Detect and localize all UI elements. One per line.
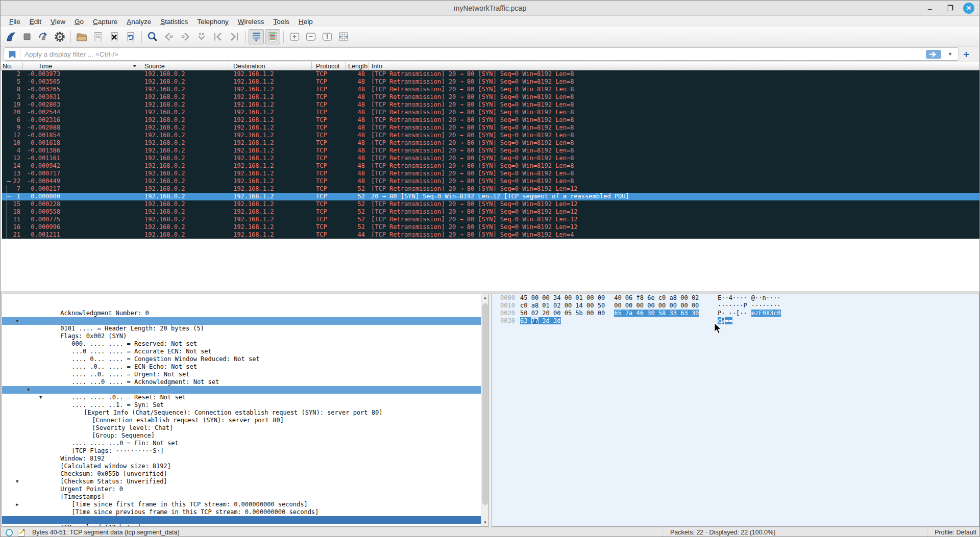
detail-line[interactable]: [Checksum Status: Unverified]: [2, 463, 488, 470]
detail-line[interactable]: ▶ [SEQ/ACK analysis]: [2, 501, 488, 508]
go-back-button[interactable]: [161, 29, 177, 44]
packet-row[interactable]: 12 -0.001161 192.168.0.2 192.168.1.2 TCP…: [2, 155, 979, 162]
filter-dropdown-caret[interactable]: ▼: [948, 52, 952, 57]
hex-ascii[interactable]: ·······P········: [718, 302, 785, 310]
detail-line[interactable]: .... .... 0... = Push: Not set: [2, 371, 488, 378]
detail-line[interactable]: Acknowledgment Number: 0: [2, 294, 488, 302]
zoom-in-button[interactable]: [287, 29, 302, 44]
close-file-button[interactable]: [107, 29, 122, 44]
column-header-source[interactable]: Source: [139, 62, 228, 70]
packet-row[interactable]: 10 -0.001618 192.168.0.2 192.168.1.2 TCP…: [2, 139, 979, 147]
tree-expander-icon[interactable]: ▼: [27, 386, 30, 394]
find-packet-button[interactable]: [145, 29, 160, 44]
packet-row[interactable]: 19 -0.002803 192.168.0.2 192.168.1.2 TCP…: [2, 101, 979, 109]
detail-line[interactable]: [Severity level: Chat]: [2, 409, 488, 417]
scroll-down-icon[interactable]: ▼: [481, 519, 489, 526]
packet-row[interactable]: 18 0.000558 192.168.0.2 192.168.1.2 TCP …: [2, 208, 979, 216]
reload-file-button[interactable]: [123, 29, 138, 44]
packet-row[interactable]: 17 -0.001854 192.168.0.2 192.168.1.2 TCP…: [2, 132, 979, 139]
column-header-length[interactable]: Length: [346, 62, 369, 70]
packet-row[interactable]: 16 0.000996 192.168.0.2 192.168.1.2 TCP …: [2, 223, 979, 231]
hex-byte-segment[interactable]: 65 7a 46 30 58 33 63 30: [614, 310, 699, 317]
detail-line[interactable]: .... ...0 .... = Acknowledgment: Not set: [2, 363, 488, 371]
column-header-destination[interactable]: Destination: [228, 62, 312, 70]
hex-bytes[interactable]: 50 02 20 00 05 5b 00 0065 7a 46 30 58 33…: [520, 310, 708, 317]
capture-options-button[interactable]: [52, 29, 67, 44]
hex-byte-segment[interactable]: P· ··[··: [718, 310, 747, 317]
tree-expander-icon[interactable]: ▼: [16, 317, 18, 325]
packet-row[interactable]: 21 0.001211 192.168.0.2 192.168.1.2 TCP …: [2, 231, 979, 239]
go-forward-button[interactable]: [178, 29, 193, 44]
packet-row[interactable]: 5 -0.003505 192.168.0.2 192.168.1.2 TCP …: [2, 78, 979, 86]
hex-bytes[interactable]: c0 a8 01 02 00 14 00 5000 00 00 00 00 00…: [520, 302, 708, 310]
detail-line[interactable]: [Group: Sequence]: [2, 417, 488, 424]
detail-line[interactable]: .... .0.. .... = ECN-Echo: Not set: [2, 348, 488, 355]
menu-item[interactable]: Edit: [25, 17, 46, 27]
hex-byte-segment[interactable]: ==: [725, 317, 732, 324]
detail-line[interactable]: ▼ Flags: 0x002 (SYN): [2, 317, 488, 325]
detail-line[interactable]: ▼ .... .... ..1. = Syn: Set: [2, 386, 488, 394]
column-header-protocol[interactable]: Protocol: [312, 62, 346, 70]
detail-line[interactable]: 0101 .... = Header Length: 20 bytes (5): [2, 310, 488, 317]
status-profile[interactable]: Profile: Default: [927, 527, 976, 537]
details-scrollbar[interactable]: ▲ ▼: [481, 294, 488, 526]
menu-item[interactable]: Telephony: [192, 17, 233, 27]
hex-byte-segment[interactable]: 40 06 f8 6e c0 a8 00 02: [614, 294, 699, 301]
open-file-button[interactable]: [74, 29, 89, 44]
filter-add-button[interactable]: +: [961, 49, 972, 60]
hex-byte-segment[interactable]: ezF0X3c0: [751, 310, 781, 317]
maximize-button[interactable]: [944, 3, 955, 14]
save-file-button[interactable]: [90, 29, 106, 44]
detail-line[interactable]: [Time since previous frame in this TCP s…: [2, 493, 488, 501]
hex-byte-segment[interactable]: 77: [531, 317, 538, 324]
detail-line[interactable]: 000. .... .... = Reserved: Not set: [2, 325, 488, 333]
detail-line[interactable]: .... .... ...0 = Fin: Not set: [2, 424, 488, 432]
menu-item[interactable]: Wireless: [233, 17, 269, 27]
menu-item[interactable]: Capture: [88, 17, 122, 27]
go-to-packet-button[interactable]: [194, 29, 209, 44]
hex-byte-segment[interactable]: 45 00 00 34 00 01 00 00: [520, 294, 605, 301]
go-last-button[interactable]: [227, 29, 242, 44]
packet-row[interactable]: 11 0.000775 192.168.0.2 192.168.1.2 TCP …: [2, 216, 979, 223]
detail-line[interactable]: .... 0... .... = Congestion Window Reduc…: [2, 340, 488, 348]
tree-expander-icon[interactable]: ▼: [39, 394, 42, 401]
auto-scroll-button[interactable]: [249, 29, 264, 44]
packet-row[interactable]: 7 -0.000217 192.168.0.2 192.168.1.2 TCP …: [2, 185, 979, 193]
packet-row[interactable]: 2 -0.003973 192.168.0.2 192.168.1.2 TCP …: [2, 70, 979, 78]
packet-row[interactable]: 6 -0.002316 192.168.0.2 192.168.1.2 TCP …: [2, 116, 979, 124]
start-capture-button[interactable]: [3, 29, 18, 44]
column-header-time[interactable]: Time: [23, 62, 139, 70]
packet-row[interactable]: 8 -0.003265 192.168.0.2 192.168.1.2 TCP …: [2, 86, 979, 93]
colorize-button[interactable]: [265, 29, 280, 44]
detail-line[interactable]: .... .... .0.. = Reset: Not set: [2, 378, 488, 386]
menu-item[interactable]: File: [5, 17, 25, 27]
detail-line[interactable]: ...0 .... .... = Accurate ECN: Not set: [2, 333, 488, 340]
hex-byte-segment[interactable]: E··4····: [718, 294, 747, 301]
detail-line[interactable]: TCP payload (12 bytes): [2, 508, 488, 516]
tree-expander-icon[interactable]: ▶: [16, 501, 18, 508]
packet-row[interactable]: 13 -0.000717 192.168.0.2 192.168.1.2 TCP…: [2, 170, 979, 177]
packet-row[interactable]: 15 0.000228 192.168.0.2 192.168.1.2 TCP …: [2, 200, 979, 208]
filter-apply-button[interactable]: [926, 50, 941, 59]
packet-row[interactable]: 3 -0.003031 192.168.0.2 192.168.1.2 TCP …: [2, 93, 979, 101]
tree-expander-icon[interactable]: ▼: [16, 478, 18, 485]
hex-byte-segment[interactable]: 00 00 00 00 00 00 00 00: [614, 302, 699, 309]
detail-line[interactable]: Acknowledgment number (raw): 0: [2, 302, 488, 310]
hex-bytes[interactable]: 45 00 00 34 00 01 00 0040 06 f8 6e c0 a8…: [520, 294, 708, 302]
hex-byte-segment[interactable]: c0 a8 01 02 00 14 00 50: [520, 302, 605, 309]
zoom-out-button[interactable]: [303, 29, 318, 44]
bookmark-icon[interactable]: [8, 50, 17, 59]
detail-line[interactable]: Window: 8192: [2, 440, 488, 447]
zoom-normal-button[interactable]: [320, 29, 335, 44]
hex-ascii[interactable]: E··4····@··n····: [718, 294, 785, 302]
hex-byte-segment[interactable]: ········: [751, 302, 781, 309]
expert-info-icon[interactable]: [6, 529, 13, 536]
scroll-up-icon[interactable]: ▲: [481, 294, 489, 301]
detail-line[interactable]: [Calculated window size: 8192]: [2, 447, 488, 455]
detail-line[interactable]: ▼ [Expert Info (Chat/Sequence): Connecti…: [2, 394, 488, 401]
titlebar[interactable]: myNetworkTraffic.pcap – ✕: [1, 1, 979, 16]
close-button[interactable]: ✕: [963, 3, 974, 14]
menu-item[interactable]: Analyze: [122, 17, 156, 27]
menu-item[interactable]: Statistics: [156, 17, 192, 27]
hex-byte-segment[interactable]: ·······P: [718, 302, 747, 309]
